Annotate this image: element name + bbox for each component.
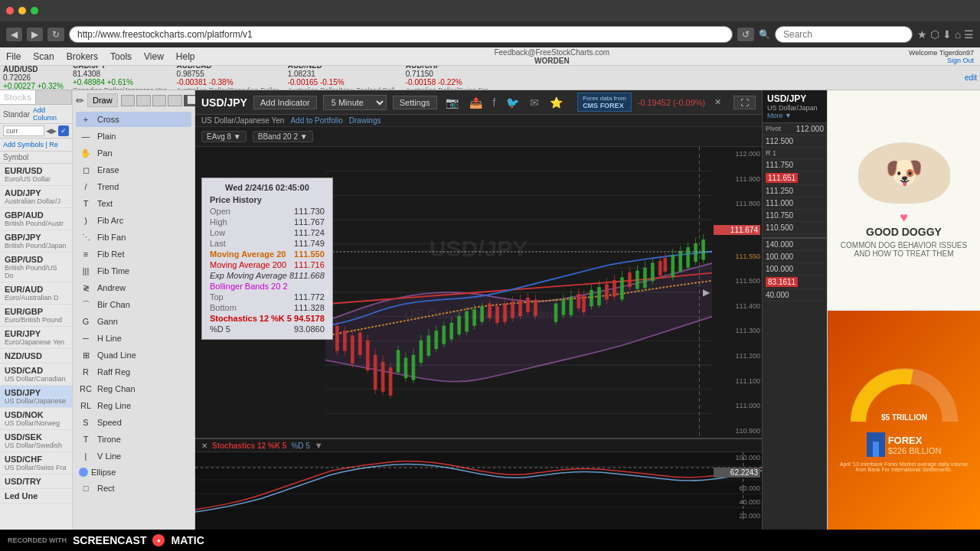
window-maximize-btn[interactable] <box>31 7 38 15</box>
draw-tool-vline[interactable]: | V Line <box>76 448 191 464</box>
share-icon-5[interactable]: ⭐ <box>547 96 565 109</box>
right-prices: Pivot 112.000 112.500 R 1 111.750 111.65… <box>763 123 827 234</box>
search-input[interactable] <box>775 26 913 43</box>
menu-file[interactable]: File <box>6 51 21 62</box>
draw-tool-tirone[interactable]: T Tirone <box>76 432 191 447</box>
menu-help[interactable]: Help <box>176 51 195 62</box>
add-column-btn[interactable]: Add Column <box>33 106 69 122</box>
filter-check[interactable]: ✓ <box>58 126 69 136</box>
price-change-label: -0.19452 (-0.09%) <box>638 98 706 107</box>
chart-close-btn[interactable]: ✕ <box>714 97 721 107</box>
fullscreen-btn[interactable]: ⛶ <box>733 96 756 109</box>
filter-input[interactable]: curr <box>3 126 44 136</box>
add-symbols-btn[interactable]: Add Symbols | Re <box>0 139 72 152</box>
share-icon-2[interactable]: f <box>491 96 498 109</box>
symbol-usd-chf[interactable]: USD/CHF US Dollar/Swiss Fra <box>0 452 72 474</box>
menu-scan[interactable]: Scan <box>33 51 54 62</box>
draw-tool-fibarc[interactable]: ) Fib Arc <box>76 213 191 228</box>
draw-icon-2[interactable]: ◫ <box>136 95 151 106</box>
share-icon-1[interactable]: 📤 <box>467 96 485 109</box>
ticker-3[interactable]: AUD/NZD 1.08231 -0.00165 -0.15% Australi… <box>288 66 397 90</box>
symbol-usd-cad[interactable]: USD/CAD US Dollar/Canadian <box>0 364 72 386</box>
symbol-gbp-jpy[interactable]: GBP/JPY British Pound/Japan <box>0 230 72 253</box>
draw-icon-4[interactable]: ▦ <box>168 95 182 106</box>
draw-tool-birchan[interactable]: ⌒ Bir Chan <box>76 297 191 312</box>
draw-tool-regline[interactable]: RL Reg Line <box>76 398 191 413</box>
reload-btn[interactable]: ↺ <box>737 28 754 41</box>
draw-tool-ellipse[interactable]: Ellipse <box>76 465 191 479</box>
draw-icon-1[interactable]: ⊟ <box>121 95 135 106</box>
right-more-btn[interactable]: More ▼ <box>767 112 822 119</box>
window-close-btn[interactable] <box>6 7 14 15</box>
ticker-price-0: 0.72026 <box>3 73 64 82</box>
draw-tool-andrew[interactable]: ≷ Andrew <box>76 280 191 295</box>
ticker-0[interactable]: AUD/USD 0.72026 +0.00227 +0.32% <box>3 66 64 90</box>
symbol-usd-jpy[interactable]: USD/JPY US Dollar/Japanese <box>0 386 72 408</box>
add-indicator-btn[interactable]: Add Indicator <box>253 96 317 109</box>
ticker-1[interactable]: CAD/JPY 81.4308 +0.48984 +0.61% Canadian… <box>73 66 168 90</box>
indicator-eavg[interactable]: EAvg 8 ▼ <box>201 131 247 142</box>
refresh-btn[interactable]: ↻ <box>47 28 64 41</box>
draw-tool-speed[interactable]: S Speed <box>76 415 191 430</box>
ad-top[interactable]: 🐶 ♥ GOOD DOGGY COMMON DOG BEHAVIOR ISSUE… <box>828 90 980 311</box>
ticker-edit-btn[interactable]: edit <box>965 73 977 82</box>
interval-select[interactable]: 5 Minute 1 Minute 15 Minute 30 Minute 1 … <box>323 95 387 110</box>
symbol-eur-jpy[interactable]: EUR/JPY Euro/Japanese Yen <box>0 327 72 349</box>
ticker-2[interactable]: AUD/CAD 0.98755 -0.00381 -0.38% Australi… <box>177 66 279 90</box>
draw-tool-trend[interactable]: / Trend <box>76 179 191 194</box>
draw-tool-gann[interactable]: G Gann <box>76 314 191 329</box>
draw-btn[interactable]: Draw <box>87 93 118 107</box>
ticker-price-2: 0.98755 <box>177 70 279 78</box>
tab-stocks[interactable]: Stocks <box>0 90 36 104</box>
symbol-usd-sek[interactable]: USD/SEK US Dollar/Swedish <box>0 430 72 452</box>
ticker-price-3: 1.08231 <box>288 70 397 78</box>
symbol-aud-jpy[interactable]: AUD/JPY Australian Dollar/J <box>0 186 72 208</box>
back-btn[interactable]: ◀ <box>6 28 22 41</box>
window-minimize-btn[interactable] <box>18 7 26 15</box>
tab-notes[interactable]: Notes <box>36 90 72 104</box>
draw-tool-text[interactable]: T Text <box>76 196 191 211</box>
draw-tool-regchan[interactable]: RC Reg Chan <box>76 381 191 396</box>
main-chart[interactable]: Wed 2/24/16 02:45:00 Price History Open … <box>195 147 762 438</box>
scroll-right-btn[interactable]: ▶ <box>703 287 710 298</box>
draw-tool-fibfan[interactable]: ⋱ Fib Fan <box>76 230 191 245</box>
symbol-nzd-usd[interactable]: NZD/USD <box>0 349 72 364</box>
stoch-close-btn[interactable]: ✕ <box>201 442 207 450</box>
settings-btn[interactable]: Settings <box>393 96 437 109</box>
sign-out-btn[interactable]: Sign Out <box>947 57 974 64</box>
draw-tool-hline[interactable]: ─ H Line <box>76 331 191 346</box>
symbol-usd-try[interactable]: USD/TRY <box>0 474 72 489</box>
symbol-eur-aud[interactable]: EUR/AUD Euro/Australian D <box>0 282 72 305</box>
camera-icon[interactable]: 📷 <box>443 96 461 109</box>
menu-view[interactable]: View <box>144 51 164 62</box>
draw-tool-rect[interactable]: □ Rect <box>76 481 191 496</box>
symbol-gbp-usd[interactable]: GBP/USD British Pound/US Do <box>0 253 72 282</box>
draw-tool-quadline[interactable]: ⊞ Quad Line <box>76 347 191 363</box>
symbol-eur-usd[interactable]: EUR/USD Euro/US Dollar <box>0 164 72 186</box>
draw-tool-fibtime[interactable]: ||| Fib Time <box>76 263 191 279</box>
symbol-eur-gbp[interactable]: EUR/GBP Euro/British Pound <box>0 305 72 327</box>
fib-fan-icon: ⋱ <box>79 232 93 243</box>
symbol-led-une[interactable]: Led Une <box>0 489 72 504</box>
share-icon-3[interactable]: 🐦 <box>504 96 521 109</box>
menu-brokers[interactable]: Brokers <box>67 51 98 62</box>
draw-icon-3[interactable]: ⊡ <box>152 95 166 106</box>
draw-tool-erase[interactable]: ◻ Erase <box>76 162 191 178</box>
ad-bottom[interactable]: $5 TRILLION FOREX $226 BILLION April '13… <box>828 311 980 530</box>
draw-tool-fibret[interactable]: ≡ Fib Ret <box>76 246 191 262</box>
stoch-settings-icon[interactable]: ▼ <box>315 441 323 450</box>
indicator-bband[interactable]: BBand 20 2 ▼ <box>253 131 313 142</box>
url-bar[interactable] <box>69 26 733 43</box>
draw-tool-plain[interactable]: — Plain <box>76 129 191 144</box>
symbol-gbp-aud[interactable]: GBP/AUD British Pound/Austr <box>0 208 72 230</box>
add-to-portfolio-btn[interactable]: Add to Portfolio <box>290 116 342 125</box>
draw-tool-pan[interactable]: ✋ Pan <box>76 145 191 161</box>
draw-tool-raffreg[interactable]: R Raff Reg <box>76 364 191 380</box>
drawings-btn[interactable]: Drawings <box>349 116 381 125</box>
ticker-4[interactable]: AUD/CHF 0.71150 -0.00158 -0.22% Australi… <box>406 66 488 90</box>
menu-tools[interactable]: Tools <box>110 51 132 62</box>
share-icon-4[interactable]: ✉ <box>528 96 541 109</box>
symbol-usd-nok[interactable]: USD/NOK US Dollar/Norweg <box>0 408 72 430</box>
forward-btn[interactable]: ▶ <box>27 28 43 41</box>
draw-tool-cross[interactable]: + Cross <box>76 112 191 127</box>
